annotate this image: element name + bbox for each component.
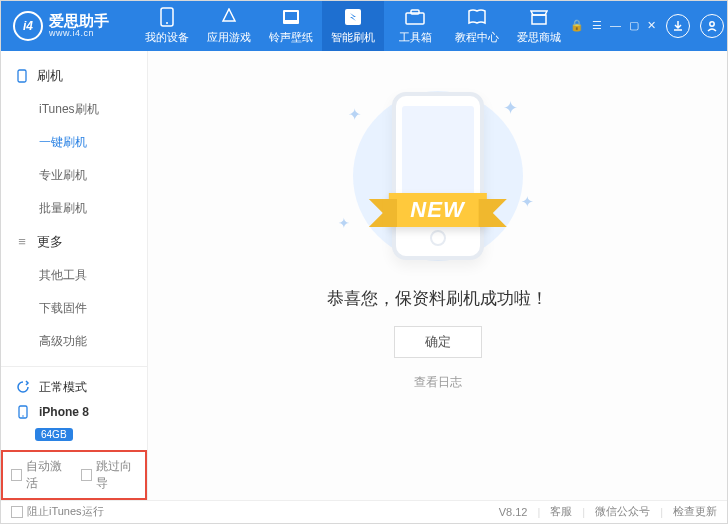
- phone-icon: [157, 7, 177, 27]
- success-illustration: ✦ ✦ ✦ ✦ NEW: [328, 91, 548, 261]
- checkbox-label: 阻止iTunes运行: [27, 504, 104, 519]
- book-icon: [467, 7, 487, 27]
- skip-guide-checkbox[interactable]: 跳过向导: [81, 458, 137, 492]
- toolbox-icon: [405, 7, 425, 27]
- checkbox-icon: [11, 469, 22, 481]
- nav-apps[interactable]: 应用游戏: [198, 1, 260, 51]
- svg-rect-6: [411, 10, 419, 14]
- sidebar-item-pro-flash[interactable]: 专业刷机: [1, 159, 147, 192]
- svg-rect-7: [532, 15, 546, 24]
- app-logo: i4 爱思助手 www.i4.cn: [1, 11, 136, 41]
- checkbox-icon: [11, 506, 23, 518]
- svg-rect-3: [285, 12, 297, 20]
- nav-tutorials[interactable]: 教程中心: [446, 1, 508, 51]
- auto-activate-checkbox[interactable]: 自动激活: [11, 458, 67, 492]
- support-link[interactable]: 客服: [550, 504, 572, 519]
- nav-label: 爱思商城: [517, 30, 561, 45]
- nav-store[interactable]: 爱思商城: [508, 1, 570, 51]
- logo-badge-icon: i4: [13, 11, 43, 41]
- minimize-icon[interactable]: —: [610, 19, 621, 32]
- lock-icon[interactable]: 🔒: [570, 19, 584, 32]
- maximize-icon[interactable]: ▢: [629, 19, 639, 32]
- svg-point-8: [710, 22, 714, 26]
- nav-label: 我的设备: [145, 30, 189, 45]
- ribbon-text: NEW: [388, 193, 486, 227]
- nav-label: 工具箱: [399, 30, 432, 45]
- svg-point-11: [22, 415, 24, 417]
- success-message: 恭喜您，保资料刷机成功啦！: [327, 287, 548, 310]
- nav-label: 智能刷机: [331, 30, 375, 45]
- sidebar-section-more: ≡ 更多: [1, 225, 147, 259]
- menu-icon[interactable]: ☰: [592, 19, 602, 32]
- phone-illustration: [392, 92, 484, 260]
- checkbox-label: 跳过向导: [96, 458, 137, 492]
- refresh-icon: [15, 379, 31, 395]
- nav-ringtones[interactable]: 铃声壁纸: [260, 1, 322, 51]
- sidebar-item-itunes-flash[interactable]: iTunes刷机: [1, 93, 147, 126]
- phone-small-icon: [15, 69, 29, 83]
- more-icon: ≡: [15, 234, 29, 249]
- store-icon: [529, 7, 549, 27]
- apps-icon: [219, 7, 239, 27]
- device-info[interactable]: iPhone 8: [11, 400, 137, 424]
- options-row: 自动激活 跳过向导: [1, 450, 147, 500]
- user-button[interactable]: [700, 14, 724, 38]
- download-button[interactable]: [666, 14, 690, 38]
- block-itunes-checkbox[interactable]: 阻止iTunes运行: [11, 504, 104, 519]
- footer-bar: 阻止iTunes运行 V8.12 | 客服 | 微信公众号 | 检查更新: [1, 500, 727, 523]
- wechat-link[interactable]: 微信公众号: [595, 504, 650, 519]
- header-bar: i4 爱思助手 www.i4.cn 我的设备 应用游戏 铃声壁纸 智能刷机: [1, 1, 727, 51]
- sparkle-icon: ✦: [503, 97, 518, 119]
- new-ribbon: NEW: [388, 193, 486, 227]
- mode-label: 正常模式: [39, 379, 87, 396]
- nav-flash[interactable]: 智能刷机: [322, 1, 384, 51]
- nav-toolbox[interactable]: 工具箱: [384, 1, 446, 51]
- sparkle-icon: ✦: [521, 193, 534, 211]
- svg-point-1: [166, 22, 168, 24]
- close-icon[interactable]: ✕: [647, 19, 656, 32]
- sidebar-item-download-firmware[interactable]: 下载固件: [1, 292, 147, 325]
- sidebar-item-batch-flash[interactable]: 批量刷机: [1, 192, 147, 225]
- flash-icon: [343, 7, 363, 27]
- sidebar-section-title: 刷机: [37, 67, 63, 85]
- logo-title: 爱思助手: [49, 13, 109, 30]
- checkbox-label: 自动激活: [26, 458, 67, 492]
- svg-rect-4: [345, 9, 361, 25]
- nav-label: 教程中心: [455, 30, 499, 45]
- sidebar-item-other-tools[interactable]: 其他工具: [1, 259, 147, 292]
- svg-rect-9: [18, 70, 26, 82]
- nav-label: 应用游戏: [207, 30, 251, 45]
- sidebar-section-flash: 刷机: [1, 59, 147, 93]
- window-controls: 🔒 ☰ — ▢ ✕: [570, 19, 656, 32]
- sidebar-item-onekey-flash[interactable]: 一键刷机: [1, 126, 147, 159]
- view-log-link[interactable]: 查看日志: [414, 374, 462, 391]
- main-panel: ✦ ✦ ✦ ✦ NEW 恭喜您，保资料刷机成功啦！ 确定 查看日志: [148, 51, 727, 500]
- nav-label: 铃声壁纸: [269, 30, 313, 45]
- sparkle-icon: ✦: [348, 105, 361, 124]
- ok-button[interactable]: 确定: [394, 326, 482, 358]
- sidebar-item-advanced[interactable]: 高级功能: [1, 325, 147, 358]
- wallpaper-icon: [281, 7, 301, 27]
- version-label: V8.12: [499, 506, 528, 518]
- sparkle-icon: ✦: [338, 215, 350, 231]
- nav-my-device[interactable]: 我的设备: [136, 1, 198, 51]
- top-nav: 我的设备 应用游戏 铃声壁纸 智能刷机 工具箱 教程中心: [136, 1, 570, 51]
- device-mode[interactable]: 正常模式: [11, 375, 137, 400]
- checkbox-icon: [81, 469, 92, 481]
- sidebar: 刷机 iTunes刷机 一键刷机 专业刷机 批量刷机 ≡ 更多 其他工具 下载固…: [1, 51, 148, 500]
- update-link[interactable]: 检查更新: [673, 504, 717, 519]
- sidebar-section-title: 更多: [37, 233, 63, 251]
- device-name: iPhone 8: [39, 405, 89, 419]
- storage-badge: 64GB: [35, 428, 73, 441]
- logo-subtitle: www.i4.cn: [49, 29, 109, 39]
- device-icon: [15, 404, 31, 420]
